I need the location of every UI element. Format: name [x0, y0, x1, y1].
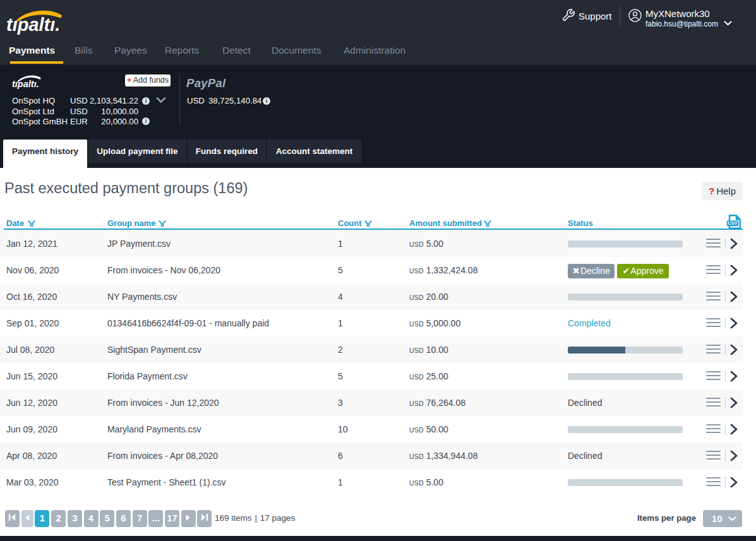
- svg-text:tıpaltı.: tıpaltı.: [6, 15, 60, 35]
- svg-text:CSV: CSV: [728, 221, 737, 225]
- svg-text:i: i: [145, 98, 147, 104]
- svg-text:i: i: [145, 118, 147, 124]
- svg-text:tıpaltı.: tıpaltı.: [12, 79, 39, 89]
- svg-text:i: i: [266, 98, 267, 104]
